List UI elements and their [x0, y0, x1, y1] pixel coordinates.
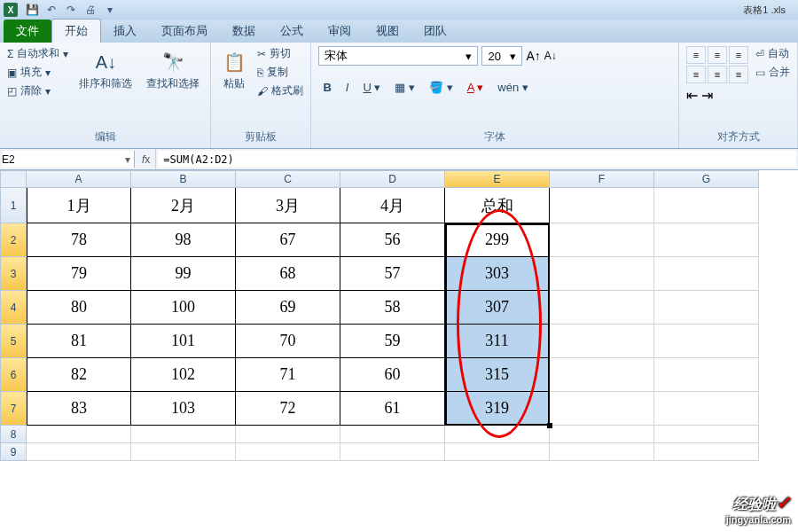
fill-button[interactable]: ▣填充 ▾ — [7, 65, 68, 80]
font-color-button[interactable]: A ▾ — [463, 78, 489, 97]
increase-font-icon[interactable]: A↑ — [526, 49, 540, 63]
cell-C1[interactable]: 3月 — [236, 188, 340, 223]
cell-D5[interactable]: 59 — [340, 325, 445, 358]
tab-data[interactable]: 数据 — [220, 20, 268, 43]
cell-E7[interactable]: 319 — [445, 392, 550, 426]
align-buttons[interactable]: ≡≡≡ ≡≡≡ — [686, 46, 748, 83]
cell-D6[interactable]: 60 — [340, 358, 445, 392]
spreadsheet-grid[interactable]: A B C D E F G 1 1月 2月 3月 4月 总和 278986756… — [0, 170, 798, 461]
tab-view[interactable]: 视图 — [364, 20, 411, 43]
cell-C4[interactable]: 69 — [236, 291, 340, 325]
cell-E3[interactable]: 303 — [445, 257, 550, 291]
decrease-font-icon[interactable]: A↓ — [544, 50, 557, 62]
border-button[interactable]: ▦ ▾ — [390, 78, 419, 97]
find-select-button[interactable]: 🔭 查找和选择 — [143, 46, 203, 95]
row-header-4[interactable]: 4 — [0, 291, 27, 325]
paste-button[interactable]: 📋 粘贴 — [218, 46, 250, 95]
col-header-D[interactable]: D — [340, 170, 445, 188]
autosum-button[interactable]: Σ自动求和 ▾ — [7, 46, 68, 61]
cell-D1[interactable]: 4月 — [340, 188, 445, 223]
qat-dropdown-icon[interactable]: ▾ — [103, 3, 117, 17]
cell-D7[interactable]: 61 — [340, 392, 445, 426]
row-header-8[interactable]: 8 — [0, 426, 27, 443]
cell-B5[interactable]: 101 — [131, 325, 236, 358]
cell-C7[interactable]: 72 — [236, 392, 340, 426]
print-icon[interactable]: 🖨 — [83, 3, 98, 17]
wrap-text-button[interactable]: ⏎自动 — [755, 46, 790, 61]
cell-A4[interactable]: 80 — [27, 291, 131, 325]
cell-B6[interactable]: 102 — [131, 358, 236, 392]
row-header-7[interactable]: 7 — [0, 392, 27, 426]
col-header-G[interactable]: G — [654, 170, 759, 188]
cell-C3[interactable]: 68 — [236, 257, 340, 291]
font-size-combo[interactable]: 20▾ — [481, 46, 522, 66]
col-header-E[interactable]: E — [445, 170, 550, 188]
formula-input[interactable]: =SUM(A2:D2) — [158, 151, 796, 168]
cell-D2[interactable]: 56 — [340, 223, 445, 257]
redo-icon[interactable]: ↷ — [64, 3, 78, 17]
increase-indent-button[interactable]: ⇥ — [701, 87, 713, 104]
cell-B4[interactable]: 100 — [131, 291, 236, 325]
undo-icon[interactable]: ↶ — [44, 3, 59, 17]
bold-button[interactable]: B — [318, 78, 335, 97]
cell-A2[interactable]: 78 — [27, 223, 131, 257]
cell-A6[interactable]: 82 — [27, 358, 131, 392]
cell-D4[interactable]: 58 — [340, 291, 445, 325]
cell-E4[interactable]: 307 — [445, 291, 550, 325]
cell-E2[interactable]: 299 — [445, 223, 550, 257]
cut-button[interactable]: ✂剪切 — [257, 46, 303, 61]
chevron-down-icon[interactable]: ▾ — [121, 153, 134, 166]
italic-button[interactable]: I — [341, 78, 354, 97]
phonetic-button[interactable]: wén ▾ — [493, 78, 532, 97]
save-icon[interactable]: 💾 — [25, 3, 39, 17]
row-header-3[interactable]: 3 — [0, 257, 27, 291]
font-name-combo[interactable]: 宋体▾ — [318, 46, 478, 66]
row-header-1[interactable]: 1 — [0, 188, 27, 223]
row-header-2[interactable]: 2 — [0, 223, 27, 257]
format-painter-button[interactable]: 🖌格式刷 — [257, 83, 303, 98]
decrease-indent-button[interactable]: ⇤ — [686, 87, 698, 104]
cell-C2[interactable]: 67 — [236, 223, 340, 257]
cell-A7[interactable]: 83 — [27, 392, 131, 426]
cell-E1[interactable]: 总和 — [445, 188, 550, 223]
cell-B1[interactable]: 2月 — [131, 188, 236, 223]
clear-button[interactable]: ◰清除 ▾ — [7, 83, 68, 98]
underline-button[interactable]: U ▾ — [358, 78, 385, 97]
cell-F1[interactable] — [550, 188, 654, 223]
cell-A5[interactable]: 81 — [27, 325, 131, 358]
tab-layout[interactable]: 页面布局 — [149, 20, 220, 43]
cell-A3[interactable]: 79 — [27, 257, 131, 291]
name-box[interactable]: E2 ▾ — [2, 151, 135, 168]
cell-C6[interactable]: 71 — [236, 358, 340, 392]
selection-handle[interactable] — [547, 423, 552, 428]
cell-C5[interactable]: 70 — [236, 325, 340, 358]
cell-B3[interactable]: 99 — [131, 257, 236, 291]
row-header-9[interactable]: 9 — [0, 443, 27, 461]
cell-A1[interactable]: 1月 — [27, 188, 131, 223]
col-header-B[interactable]: B — [131, 170, 236, 188]
cell-B2[interactable]: 98 — [131, 223, 236, 257]
tab-file[interactable]: 文件 — [4, 20, 51, 43]
col-header-A[interactable]: A — [27, 170, 131, 188]
tab-insert[interactable]: 插入 — [101, 20, 149, 43]
copy-button[interactable]: ⎘复制 — [257, 65, 303, 80]
col-header-F[interactable]: F — [550, 170, 654, 188]
row-header-6[interactable]: 6 — [0, 358, 27, 392]
cell-E5[interactable]: 311 — [445, 325, 550, 358]
tab-team[interactable]: 团队 — [411, 20, 459, 43]
merge-button[interactable]: ▭合并 — [755, 65, 790, 80]
cell-D3[interactable]: 57 — [340, 257, 445, 291]
cell-E6[interactable]: 315 — [445, 358, 550, 392]
cell-G1[interactable] — [654, 188, 759, 223]
cell-B7[interactable]: 103 — [131, 392, 236, 426]
row-header-5[interactable]: 5 — [0, 325, 27, 358]
tab-review[interactable]: 审阅 — [316, 20, 364, 43]
tab-formulas[interactable]: 公式 — [268, 20, 316, 43]
col-header-C[interactable]: C — [236, 170, 340, 188]
fx-icon[interactable]: fx — [137, 149, 156, 169]
select-all-corner[interactable] — [0, 170, 27, 188]
tab-home[interactable]: 开始 — [51, 19, 101, 43]
sort-filter-button[interactable]: A↓ 排序和筛选 — [75, 46, 136, 95]
fill-color-button[interactable]: 🪣 ▾ — [425, 78, 458, 97]
group-clipboard: 📋 粘贴 ✂剪切 ⎘复制 🖌格式刷 剪贴板 — [211, 43, 311, 148]
